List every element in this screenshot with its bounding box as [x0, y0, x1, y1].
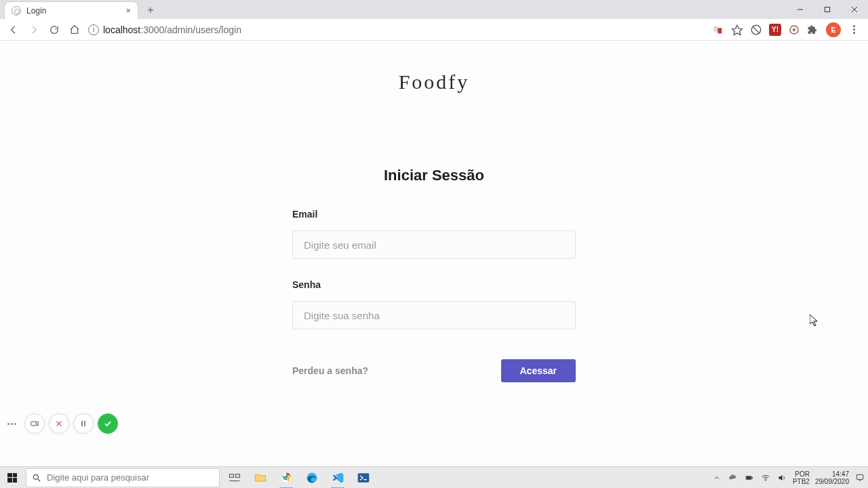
address-bar[interactable]: i localhost:3000/admin/users/login	[88, 20, 241, 39]
edge-icon[interactable]	[304, 470, 320, 486]
extensions-puzzle-icon[interactable]	[807, 24, 819, 36]
extension-circle-icon[interactable]	[788, 24, 800, 36]
tray-clock[interactable]: 14:47 29/09/2020	[815, 470, 849, 485]
svg-rect-31	[856, 474, 863, 479]
forward-button[interactable]	[24, 20, 43, 39]
back-button[interactable]	[4, 20, 23, 39]
screen-recorder-widget	[3, 413, 118, 434]
windows-logo-icon	[7, 473, 17, 483]
form-title: Iniciar Sessão	[292, 167, 576, 184]
svg-rect-4	[713, 26, 717, 31]
forgot-password-link[interactable]: Perdeu a senha?	[292, 365, 368, 376]
email-label: Email	[292, 209, 576, 220]
svg-line-8	[753, 26, 760, 33]
site-info-icon[interactable]: i	[88, 24, 99, 35]
email-field[interactable]	[292, 230, 576, 259]
taskbar-search-input[interactable]	[47, 472, 214, 483]
task-view-icon[interactable]	[226, 470, 243, 486]
window-close-button[interactable]	[841, 0, 868, 19]
svg-marker-6	[732, 25, 743, 35]
svg-rect-5	[717, 28, 722, 33]
adblock-icon[interactable]	[750, 24, 762, 36]
recorder-confirm-button[interactable]	[98, 413, 118, 434]
site-logo: Foodfy	[399, 70, 470, 94]
window-maximize-button[interactable]	[814, 0, 841, 19]
windows-taskbar: POR PTB2 14:47 29/09/2020	[0, 466, 868, 488]
url-text: localhost:3000/admin/users/login	[103, 24, 241, 35]
svg-rect-15	[81, 421, 83, 426]
svg-point-10	[793, 28, 796, 31]
svg-rect-21	[236, 474, 240, 477]
search-icon	[32, 473, 41, 483]
tray-battery-icon[interactable]	[744, 472, 755, 483]
tab-title: Login	[26, 6, 46, 16]
svg-point-18	[33, 474, 38, 479]
submit-button[interactable]: Acessar	[501, 359, 576, 382]
start-button[interactable]	[0, 467, 24, 489]
login-form: Iniciar Sessão Email Senha Perdeu a senh…	[292, 167, 576, 382]
page-content: Foodfy Iniciar Sessão Email Senha Perdeu…	[0, 41, 868, 466]
tray-volume-icon[interactable]	[776, 472, 787, 483]
new-tab-button[interactable]: +	[142, 2, 159, 18]
close-tab-icon[interactable]: ×	[125, 6, 131, 15]
recorder-cancel-button[interactable]	[49, 413, 69, 434]
mouse-cursor-icon	[810, 314, 818, 327]
tray-wifi-icon[interactable]	[760, 472, 771, 483]
extension-y-icon[interactable]: Y!	[769, 24, 781, 36]
password-label: Senha	[292, 279, 576, 290]
translate-icon[interactable]	[712, 24, 724, 36]
powershell-icon[interactable]	[355, 470, 372, 486]
system-tray: POR PTB2 14:47 29/09/2020	[711, 470, 868, 485]
svg-marker-12	[36, 422, 38, 426]
svg-line-19	[38, 479, 41, 481]
tray-chevron-icon[interactable]	[711, 472, 722, 483]
reload-button[interactable]	[45, 20, 64, 39]
svg-rect-11	[31, 422, 37, 426]
taskbar-search[interactable]	[26, 468, 220, 487]
chrome-icon[interactable]	[278, 470, 294, 486]
tray-onedrive-icon[interactable]	[728, 472, 738, 483]
svg-rect-29	[747, 476, 751, 479]
svg-point-30	[765, 479, 766, 480]
tray-notifications-icon[interactable]	[854, 472, 865, 483]
window-minimize-button[interactable]	[787, 0, 814, 19]
home-button[interactable]	[65, 20, 84, 39]
browser-toolbar: i localhost:3000/admin/users/login Y! E	[0, 19, 868, 41]
browser-titlebar: Login × +	[0, 0, 868, 19]
svg-rect-20	[230, 474, 234, 477]
bookmark-star-icon[interactable]	[731, 24, 743, 36]
recorder-more-icon[interactable]	[3, 423, 20, 425]
profile-avatar[interactable]: E	[826, 22, 841, 37]
svg-rect-1	[825, 7, 830, 12]
globe-icon	[12, 6, 21, 16]
svg-marker-17	[810, 314, 817, 326]
browser-tab[interactable]: Login ×	[4, 1, 138, 19]
svg-rect-16	[84, 421, 85, 426]
file-explorer-icon[interactable]	[252, 470, 269, 486]
svg-rect-28	[751, 477, 752, 479]
browser-menu-icon[interactable]	[848, 25, 860, 34]
vscode-icon[interactable]	[330, 470, 346, 486]
password-field[interactable]	[292, 301, 576, 329]
tray-language[interactable]: POR PTB2	[793, 470, 810, 485]
recorder-pause-button[interactable]	[73, 413, 94, 434]
recorder-camera-button[interactable]	[24, 413, 45, 434]
